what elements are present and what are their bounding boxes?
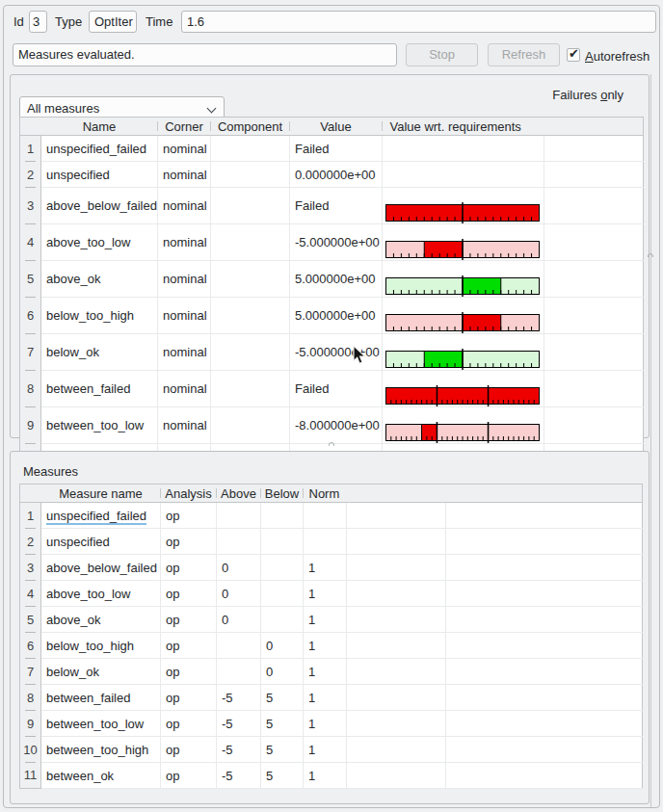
row-number[interactable]: 6 [20,298,41,334]
table-row[interactable]: 7 below_ok op 0 1 [20,659,643,685]
row-number[interactable]: 9 [20,407,41,444]
cell-above[interactable] [217,659,261,685]
cell-measure-name[interactable]: between_too_low [41,711,161,737]
table-row[interactable]: 4 above_too_low op 0 1 [20,581,643,607]
cell-component[interactable] [211,298,290,334]
cell-analysis[interactable]: op [161,503,217,529]
cell-measure-name[interactable]: between_ok [41,763,161,789]
cell-analysis[interactable]: op [161,529,217,555]
cell-norm[interactable]: 1 [304,659,347,685]
cell-above[interactable]: -5 [217,763,261,789]
table-row[interactable]: 2 unspecified op [20,529,643,555]
cell-corner[interactable]: nominal [158,407,211,444]
cell-analysis[interactable]: op [161,555,217,581]
cell-component[interactable] [211,261,290,298]
table-row[interactable]: 2 unspecified nominal 0.000000e+00 [20,162,644,188]
cell-name[interactable]: below_ok [41,334,158,371]
column-header-corner[interactable]: Corner [158,118,211,136]
cell-name[interactable]: above_ok [41,261,158,298]
table-row[interactable]: 4 above_too_low nominal -5.000000e+00 [20,224,644,261]
row-number[interactable]: 7 [20,659,41,685]
cell-norm[interactable]: 1 [304,737,347,763]
row-number[interactable]: 5 [20,607,41,633]
cell-value-wrt-requirements[interactable] [383,298,544,334]
stop-button[interactable]: Stop [406,43,478,66]
corner-button[interactable] [20,118,41,136]
table-row[interactable]: 8 between_failed nominal Failed [20,371,644,407]
table-row[interactable]: 5 above_ok nominal 5.000000e+00 [20,261,644,298]
cell-name[interactable]: between_too_low [41,407,158,444]
cell-corner[interactable]: nominal [158,261,211,298]
row-number[interactable]: 3 [20,188,41,224]
cell-corner[interactable]: nominal [158,162,211,188]
cell-measure-name[interactable]: above_too_low [41,581,161,607]
row-number[interactable]: 8 [20,371,41,407]
row-number[interactable]: 6 [20,633,41,659]
cell-above[interactable] [217,633,261,659]
cell-analysis[interactable]: op [161,737,217,763]
cell-value-wrt-requirements[interactable] [383,224,544,261]
cell-measure-name[interactable]: below_ok [41,659,161,685]
cell-below[interactable] [261,529,304,555]
row-number[interactable]: 3 [20,555,41,581]
cell-component[interactable] [211,334,290,371]
cell-measure-name[interactable]: below_too_high [41,633,161,659]
cell-measure-name[interactable]: above_ok [41,607,161,633]
table-row[interactable]: 7 below_ok nominal -5.000000e+00 [20,334,644,371]
horizontal-splitter-handle[interactable] [329,442,336,446]
cell-below[interactable]: 5 [261,685,304,711]
table-row[interactable]: 9 between_too_low nominal -8.000000e+00 [20,407,644,444]
cell-value-wrt-requirements[interactable] [383,334,544,371]
cell-analysis[interactable]: op [161,581,217,607]
cell-analysis[interactable]: op [161,685,217,711]
column-header-below[interactable]: Below [261,485,304,503]
cell-above[interactable]: 0 [217,555,261,581]
cell-component[interactable] [211,371,290,407]
vertical-splitter-handle[interactable] [650,74,651,807]
cell-corner[interactable]: nominal [158,334,211,371]
cell-value[interactable]: Failed [290,188,383,224]
row-number[interactable]: 1 [20,503,41,529]
table-row[interactable]: 5 above_ok op 0 1 [20,607,643,633]
column-header-above[interactable]: Above [217,485,261,503]
refresh-button[interactable]: Refresh [488,43,560,66]
corner-button[interactable] [20,485,41,503]
cell-below[interactable] [261,581,304,607]
cell-value-wrt-requirements[interactable] [383,136,544,162]
cell-analysis[interactable]: op [161,607,217,633]
table-row[interactable]: 1 unspecified_failed nominal Failed [20,136,644,162]
cell-measure-name[interactable]: between_failed [41,685,161,711]
row-number[interactable]: 1 [20,136,41,162]
cell-above[interactable] [217,503,261,529]
cell-norm[interactable]: 1 [304,555,347,581]
id-field[interactable]: 3 [29,11,47,33]
cell-value[interactable]: Failed [290,136,383,162]
vertical-splitter-grip[interactable] [648,253,655,257]
cell-value-wrt-requirements[interactable] [383,162,544,188]
table-row[interactable]: 3 above_below_failed op 0 1 [20,555,643,581]
table-row[interactable]: 8 between_failed op -5 5 1 [20,685,643,711]
cell-above[interactable]: -5 [217,685,261,711]
cell-corner[interactable]: nominal [158,188,211,224]
row-number[interactable]: 7 [20,334,41,371]
cell-above[interactable]: -5 [217,711,261,737]
cell-analysis[interactable]: op [161,711,217,737]
cell-above[interactable]: 0 [217,581,261,607]
column-header-analysis[interactable]: Analysis [161,485,217,503]
cell-value[interactable]: -5.000000e+00 [290,224,383,261]
cell-norm[interactable] [304,529,347,555]
row-number[interactable]: 4 [20,581,41,607]
cell-name[interactable]: unspecified [41,162,158,188]
row-number[interactable]: 8 [20,685,41,711]
cell-below[interactable]: 5 [261,763,304,789]
cell-below[interactable] [261,503,304,529]
row-number[interactable]: 2 [20,529,41,555]
cell-component[interactable] [211,136,290,162]
column-header-value[interactable]: Value [290,118,383,136]
table-row[interactable]: 6 below_too_high nominal 5.000000e+00 [20,298,644,334]
cell-measure-name[interactable]: unspecified_failed [41,503,161,529]
cell-analysis[interactable]: op [161,659,217,685]
cell-norm[interactable]: 1 [304,607,347,633]
cell-value-wrt-requirements[interactable] [383,261,544,298]
column-header-measure-name[interactable]: Measure name [41,485,161,503]
